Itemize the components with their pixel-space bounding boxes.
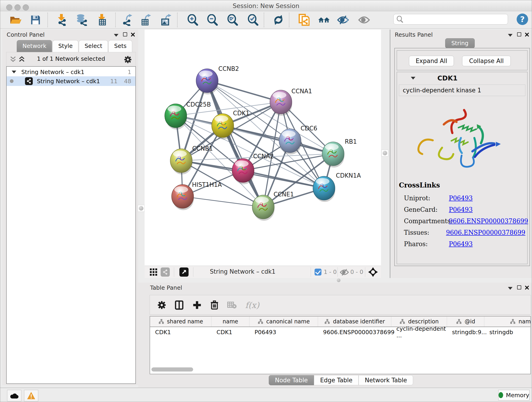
first-neighbors-button[interactable]	[317, 13, 331, 27]
tab-node-table[interactable]: Node Table	[269, 375, 314, 385]
tab-sets[interactable]: Sets	[108, 40, 132, 52]
control-panel-menu-button[interactable]	[114, 33, 119, 38]
show-all-button[interactable]	[357, 13, 371, 27]
open-in-new-window-button[interactable]	[179, 268, 189, 277]
delete-table-button[interactable]	[225, 298, 239, 312]
zoom-in-button[interactable]	[186, 13, 200, 27]
show-columns-button[interactable]	[172, 298, 186, 312]
warnings-button[interactable]	[24, 390, 38, 401]
column-header-id[interactable]: @id	[447, 317, 484, 327]
open-session-button[interactable]	[9, 13, 23, 27]
table-cell[interactable]: CDK1	[211, 327, 249, 337]
crosslink-link[interactable]: 9606.ENSP00000378699	[449, 217, 528, 225]
import-network-from-database-button[interactable]	[75, 13, 89, 27]
warning-triangle-icon	[27, 391, 36, 400]
left-splitter-handle[interactable]	[138, 205, 145, 212]
network-canvas[interactable]: CCNB2CCNA1CDC25BCDK1CDC6RB1CCNB1CCNA2CDK…	[145, 30, 381, 266]
edge-CCNE1-HIST1H1A[interactable]	[183, 196, 263, 207]
network-options-gear-button[interactable]	[124, 56, 132, 65]
edge-CCNA2-CDKN1A[interactable]	[243, 171, 324, 188]
cloud-status-button[interactable]	[7, 390, 21, 401]
pan-crosshair-button[interactable]	[368, 267, 378, 278]
node-result-header[interactable]: CDK1	[397, 72, 527, 84]
control-panel-float-button[interactable]	[123, 32, 127, 37]
expand-all-results-button[interactable]: Expand All	[409, 56, 454, 66]
network-collection-row[interactable]: String Network – cdk1 1	[7, 67, 135, 77]
table-cell[interactable]: P06493	[249, 327, 318, 337]
network-thumbnail-button[interactable]	[161, 268, 170, 277]
export-image-button[interactable]	[160, 13, 173, 27]
column-header-databaseidentifier[interactable]: database identifier	[318, 317, 391, 327]
column-header-canonicalname[interactable]: canonical name	[249, 317, 318, 327]
memory-button[interactable]: Memory	[498, 390, 530, 400]
crosslink-link[interactable]: P06493	[449, 240, 473, 248]
save-session-button[interactable]	[29, 13, 42, 27]
table-settings-gear-button[interactable]	[155, 298, 169, 312]
hidden-eye-icon[interactable]	[340, 269, 349, 277]
crosslink-link[interactable]: P06493	[449, 195, 473, 202]
network-row-selected[interactable]: String Network – cdk1 11 48	[7, 76, 135, 86]
tab-network-table[interactable]: Network Table	[359, 375, 413, 385]
toolbar-separator	[47, 13, 48, 27]
node-CDKN1A[interactable]: CDKN1A	[313, 172, 361, 202]
node-table[interactable]: shared namenamecanonical namedatabase id…	[150, 316, 531, 374]
zoom-selected-button[interactable]	[246, 13, 260, 27]
horizontal-scrollbar[interactable]	[152, 367, 193, 371]
tab-network[interactable]: Network	[17, 40, 52, 52]
table-panel-menu-button[interactable]	[508, 286, 513, 291]
delete-columns-button[interactable]	[208, 298, 221, 312]
hide-selected-button[interactable]	[336, 13, 350, 27]
apply-layout-button[interactable]	[272, 13, 285, 27]
search-box[interactable]	[393, 14, 508, 25]
table-panel-float-button[interactable]	[517, 285, 521, 290]
column-header-namespace[interactable]: namespace	[484, 317, 531, 327]
tab-style[interactable]: Style	[52, 40, 78, 52]
left-splitter[interactable]	[138, 30, 145, 278]
table-cell[interactable]: stringdb	[484, 327, 531, 337]
table-cell[interactable]: stringdb:9...	[447, 327, 484, 337]
tab-edge-table[interactable]: Edge Table	[314, 375, 359, 385]
column-header-sharedname[interactable]: shared name	[150, 317, 211, 327]
collection-expander[interactable]	[12, 70, 16, 73]
fit-content-button[interactable]	[226, 13, 239, 27]
tab-select[interactable]: Select	[79, 40, 108, 52]
collapse-all-results-button[interactable]: Collapse All	[462, 56, 511, 66]
table-panel-close-button[interactable]	[525, 285, 529, 291]
results-panel-close-button[interactable]	[525, 32, 529, 38]
node-CDC6[interactable]: CDC6	[279, 125, 317, 154]
search-input[interactable]	[403, 16, 502, 22]
function-builder-button[interactable]: f(x)	[242, 298, 263, 312]
right-splitter-handle[interactable]	[381, 150, 388, 157]
network-graph[interactable]: CCNB2CCNA1CDC25BCDK1CDC6RB1CCNB1CCNA2CDK…	[145, 30, 381, 266]
help-button[interactable]: ?	[517, 13, 528, 25]
table-cell[interactable]: cyclin-dependent ...	[391, 327, 447, 337]
column-header-description[interactable]: description	[391, 317, 447, 327]
node-CDK1[interactable]: CDK1	[212, 110, 249, 139]
export-network-button[interactable]	[120, 13, 134, 27]
new-network-from-selection-button[interactable]	[297, 13, 311, 27]
houses-icon	[318, 15, 330, 25]
results-panel-menu-button[interactable]	[508, 33, 513, 38]
table-cell[interactable]: 9606.ENSP00000378699	[318, 327, 391, 337]
tree-column-icon	[399, 319, 405, 325]
table-row[interactable]: CDK1CDK1P064939606.ENSP00000378699cyclin…	[150, 327, 531, 337]
table-cell[interactable]: CDK1	[150, 327, 211, 337]
table-splitter[interactable]	[138, 278, 532, 283]
create-column-button[interactable]	[190, 298, 204, 312]
right-splitter[interactable]	[381, 30, 390, 278]
results-panel-float-button[interactable]	[517, 32, 521, 37]
control-panel-close-button[interactable]	[130, 32, 135, 38]
birdseye-view-button[interactable]	[149, 268, 158, 277]
export-table-button[interactable]	[139, 13, 153, 27]
entry-expander[interactable]	[411, 77, 415, 80]
tab-string[interactable]: String	[445, 38, 475, 48]
import-table-from-file-button[interactable]	[95, 13, 109, 27]
zoom-out-button[interactable]	[206, 13, 219, 27]
node-HIST1H1A[interactable]: HIST1H1A	[172, 181, 222, 210]
crosslink-link[interactable]: 9606.ENSP00000378699	[446, 229, 525, 236]
node-RB1[interactable]: RB1	[322, 138, 357, 167]
column-header-name[interactable]: name	[211, 317, 249, 327]
import-network-from-file-button[interactable]	[55, 13, 68, 27]
selected-nodes-checkbox[interactable]	[315, 269, 322, 275]
crosslink-link[interactable]: P06493	[449, 206, 473, 213]
